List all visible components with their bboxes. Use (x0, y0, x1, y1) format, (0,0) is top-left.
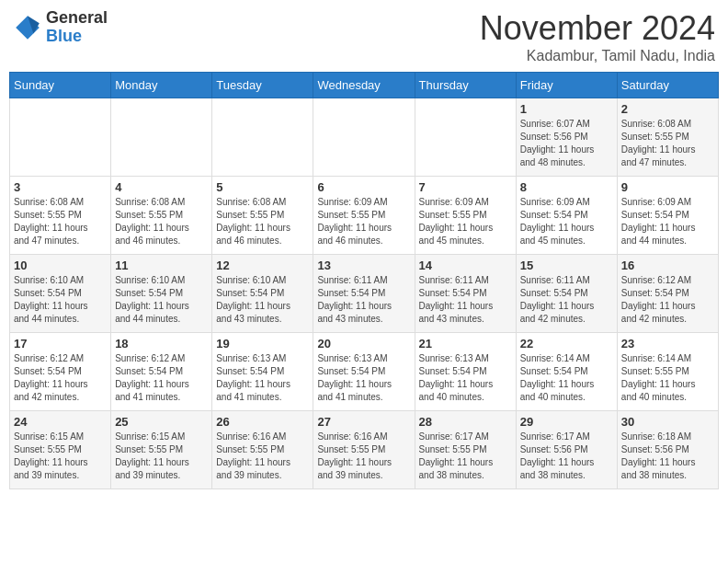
day-info: Sunrise: 6:17 AM Sunset: 5:55 PM Dayligh… (419, 431, 512, 482)
calendar-day-cell: 24Sunrise: 6:15 AM Sunset: 5:55 PM Dayli… (10, 411, 111, 489)
calendar-day-cell (111, 98, 212, 177)
calendar-day-cell: 8Sunrise: 6:09 AM Sunset: 5:54 PM Daylig… (516, 177, 617, 255)
day-info: Sunrise: 6:10 AM Sunset: 5:54 PM Dayligh… (216, 274, 309, 326)
calendar-table: SundayMondayTuesdayWednesdayThursdayFrid… (9, 72, 719, 489)
calendar-day-cell (415, 98, 516, 177)
calendar-day-cell: 9Sunrise: 6:09 AM Sunset: 5:54 PM Daylig… (617, 177, 718, 255)
days-of-week-row: SundayMondayTuesdayWednesdayThursdayFrid… (10, 73, 719, 98)
day-info: Sunrise: 6:08 AM Sunset: 5:55 PM Dayligh… (216, 196, 309, 247)
day-info: Sunrise: 6:08 AM Sunset: 5:55 PM Dayligh… (621, 118, 714, 169)
day-number: 18 (115, 337, 208, 350)
logo-icon (13, 13, 42, 42)
location-text: Kadambur, Tamil Nadu, India (480, 48, 715, 64)
calendar-day-cell: 23Sunrise: 6:14 AM Sunset: 5:55 PM Dayli… (617, 333, 718, 411)
day-info: Sunrise: 6:09 AM Sunset: 5:55 PM Dayligh… (317, 196, 410, 247)
calendar-day-cell: 5Sunrise: 6:08 AM Sunset: 5:55 PM Daylig… (212, 177, 313, 255)
day-number: 22 (520, 337, 613, 350)
calendar-day-cell: 10Sunrise: 6:10 AM Sunset: 5:54 PM Dayli… (10, 255, 111, 333)
calendar-header: SundayMondayTuesdayWednesdayThursdayFrid… (10, 73, 719, 98)
calendar-week-row: 17Sunrise: 6:12 AM Sunset: 5:54 PM Dayli… (10, 333, 719, 411)
calendar-day-cell: 12Sunrise: 6:10 AM Sunset: 5:54 PM Dayli… (212, 255, 313, 333)
calendar-day-cell: 16Sunrise: 6:12 AM Sunset: 5:54 PM Dayli… (617, 255, 718, 333)
day-number: 14 (419, 259, 512, 272)
day-info: Sunrise: 6:11 AM Sunset: 5:54 PM Dayligh… (419, 274, 512, 326)
calendar-day-cell: 1Sunrise: 6:07 AM Sunset: 5:56 PM Daylig… (516, 98, 617, 177)
calendar-day-cell: 28Sunrise: 6:17 AM Sunset: 5:55 PM Dayli… (415, 411, 516, 489)
calendar-week-row: 10Sunrise: 6:10 AM Sunset: 5:54 PM Dayli… (10, 255, 719, 333)
calendar-day-cell: 25Sunrise: 6:15 AM Sunset: 5:55 PM Dayli… (111, 411, 212, 489)
calendar-day-cell: 26Sunrise: 6:16 AM Sunset: 5:55 PM Dayli… (212, 411, 313, 489)
day-info: Sunrise: 6:15 AM Sunset: 5:55 PM Dayligh… (14, 431, 107, 482)
calendar-day-cell: 22Sunrise: 6:14 AM Sunset: 5:54 PM Dayli… (516, 333, 617, 411)
month-title: November 2024 (480, 9, 715, 48)
calendar-day-cell: 21Sunrise: 6:13 AM Sunset: 5:54 PM Dayli… (415, 333, 516, 411)
day-info: Sunrise: 6:14 AM Sunset: 5:55 PM Dayligh… (621, 352, 714, 404)
day-of-week-header: Saturday (617, 73, 718, 98)
day-number: 17 (14, 337, 107, 350)
calendar-day-cell: 14Sunrise: 6:11 AM Sunset: 5:54 PM Dayli… (415, 255, 516, 333)
calendar-day-cell: 13Sunrise: 6:11 AM Sunset: 5:54 PM Dayli… (313, 255, 415, 333)
day-info: Sunrise: 6:16 AM Sunset: 5:55 PM Dayligh… (317, 431, 410, 482)
day-info: Sunrise: 6:12 AM Sunset: 5:54 PM Dayligh… (115, 352, 208, 404)
day-number: 5 (216, 180, 309, 194)
day-number: 3 (14, 180, 107, 194)
day-info: Sunrise: 6:10 AM Sunset: 5:54 PM Dayligh… (14, 274, 107, 326)
day-number: 12 (216, 259, 309, 272)
day-number: 19 (216, 337, 309, 350)
day-number: 24 (14, 415, 107, 429)
day-of-week-header: Monday (111, 73, 212, 98)
day-number: 20 (317, 337, 410, 350)
calendar-day-cell: 3Sunrise: 6:08 AM Sunset: 5:55 PM Daylig… (10, 177, 111, 255)
calendar-day-cell: 18Sunrise: 6:12 AM Sunset: 5:54 PM Dayli… (111, 333, 212, 411)
day-number: 13 (317, 259, 410, 272)
calendar-day-cell (10, 98, 111, 177)
day-info: Sunrise: 6:12 AM Sunset: 5:54 PM Dayligh… (14, 352, 107, 404)
day-info: Sunrise: 6:10 AM Sunset: 5:54 PM Dayligh… (115, 274, 208, 326)
title-block: November 2024 Kadambur, Tamil Nadu, Indi… (480, 9, 715, 64)
calendar-day-cell: 29Sunrise: 6:17 AM Sunset: 5:56 PM Dayli… (516, 411, 617, 489)
day-info: Sunrise: 6:15 AM Sunset: 5:55 PM Dayligh… (115, 431, 208, 482)
day-number: 28 (419, 415, 512, 429)
day-number: 16 (621, 259, 714, 272)
day-info: Sunrise: 6:09 AM Sunset: 5:54 PM Dayligh… (621, 196, 714, 247)
day-info: Sunrise: 6:14 AM Sunset: 5:54 PM Dayligh… (520, 352, 613, 404)
day-number: 8 (520, 180, 613, 194)
day-of-week-header: Tuesday (212, 73, 313, 98)
calendar-day-cell: 11Sunrise: 6:10 AM Sunset: 5:54 PM Dayli… (111, 255, 212, 333)
day-number: 4 (115, 180, 208, 194)
day-of-week-header: Thursday (415, 73, 516, 98)
day-info: Sunrise: 6:09 AM Sunset: 5:55 PM Dayligh… (419, 196, 512, 247)
day-number: 30 (621, 415, 714, 429)
calendar-day-cell (212, 98, 313, 177)
day-info: Sunrise: 6:08 AM Sunset: 5:55 PM Dayligh… (115, 196, 208, 247)
calendar-day-cell: 7Sunrise: 6:09 AM Sunset: 5:55 PM Daylig… (415, 177, 516, 255)
day-number: 27 (317, 415, 410, 429)
day-number: 23 (621, 337, 714, 350)
day-number: 29 (520, 415, 613, 429)
day-number: 15 (520, 259, 613, 272)
day-info: Sunrise: 6:12 AM Sunset: 5:54 PM Dayligh… (621, 274, 714, 326)
day-number: 2 (621, 102, 714, 116)
logo: General Blue (13, 9, 108, 46)
day-info: Sunrise: 6:13 AM Sunset: 5:54 PM Dayligh… (419, 352, 512, 404)
calendar-day-cell: 19Sunrise: 6:13 AM Sunset: 5:54 PM Dayli… (212, 333, 313, 411)
day-info: Sunrise: 6:13 AM Sunset: 5:54 PM Dayligh… (317, 352, 410, 404)
day-info: Sunrise: 6:07 AM Sunset: 5:56 PM Dayligh… (520, 118, 613, 169)
logo-general-text: General (46, 9, 108, 28)
calendar-week-row: 1Sunrise: 6:07 AM Sunset: 5:56 PM Daylig… (10, 98, 719, 177)
day-info: Sunrise: 6:13 AM Sunset: 5:54 PM Dayligh… (216, 352, 309, 404)
day-info: Sunrise: 6:09 AM Sunset: 5:54 PM Dayligh… (520, 196, 613, 247)
calendar-day-cell: 17Sunrise: 6:12 AM Sunset: 5:54 PM Dayli… (10, 333, 111, 411)
calendar-body: 1Sunrise: 6:07 AM Sunset: 5:56 PM Daylig… (10, 98, 719, 489)
calendar-day-cell: 2Sunrise: 6:08 AM Sunset: 5:55 PM Daylig… (617, 98, 718, 177)
day-of-week-header: Sunday (10, 73, 111, 98)
calendar-week-row: 24Sunrise: 6:15 AM Sunset: 5:55 PM Dayli… (10, 411, 719, 489)
day-number: 1 (520, 102, 613, 116)
calendar-day-cell (313, 98, 415, 177)
day-number: 7 (419, 180, 512, 194)
day-number: 26 (216, 415, 309, 429)
page-header: General Blue November 2024 Kadambur, Tam… (9, 9, 719, 64)
day-of-week-header: Wednesday (313, 73, 415, 98)
calendar-week-row: 3Sunrise: 6:08 AM Sunset: 5:55 PM Daylig… (10, 177, 719, 255)
calendar-day-cell: 30Sunrise: 6:18 AM Sunset: 5:56 PM Dayli… (617, 411, 718, 489)
